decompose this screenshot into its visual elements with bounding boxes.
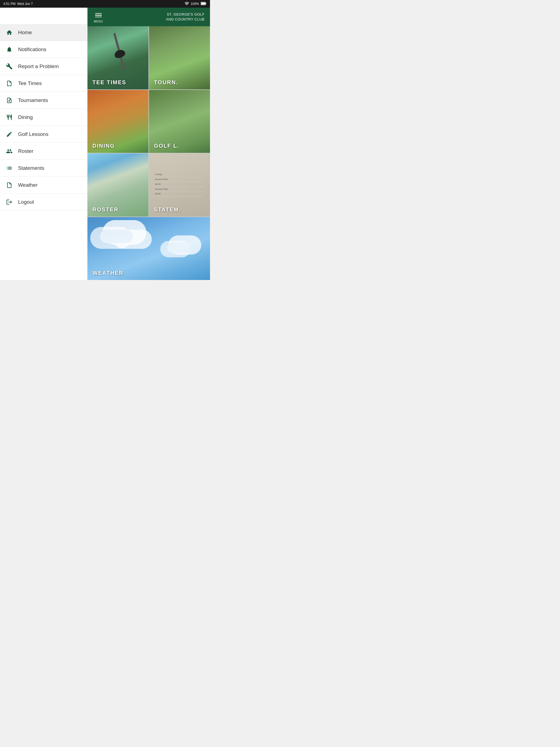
sidebar-logo-area (0, 8, 87, 24)
sidebar-item-report[interactable]: Report a Problem (0, 58, 87, 75)
sidebar-item-tournaments[interactable]: Tournaments (0, 92, 87, 109)
tile-label-weather: WEATHER (93, 270, 124, 276)
club-line1: ST. GEORGE'S GOLF (166, 12, 205, 17)
club-name: ST. GEORGE'S GOLF AND COUNTRY CLUB (166, 12, 205, 22)
status-right: 100% (184, 2, 207, 6)
sidebar-item-label-roster: Roster (18, 148, 33, 154)
status-time: 4:51 PM (3, 2, 16, 6)
menu-label: MENU (94, 20, 103, 23)
sidebar-item-notifications[interactable]: Notifications (0, 41, 87, 58)
sidebar-item-logout[interactable]: Logout (0, 194, 87, 210)
main-content: MENU ST. GEORGE'S GOLF AND COUNTRY CLUB … (87, 8, 210, 280)
statements-icon (5, 164, 13, 172)
sidebar-item-label-weather: Weather (18, 182, 37, 188)
tile-statements[interactable]: Charge Amount Paid $0.00 Amount Paid $0.… (149, 153, 210, 216)
main-header: MENU ST. GEORGE'S GOLF AND COUNTRY CLUB (87, 8, 210, 26)
tile-label-dining: DINING (93, 143, 115, 149)
nav-list: Home Notifications Report a Problem (0, 24, 87, 280)
statements-content: Charge Amount Paid $0.00 Amount Paid $0.… (155, 172, 204, 197)
sidebar: Home Notifications Report a Problem (0, 8, 87, 280)
sidebar-item-label-notifications: Notifications (18, 47, 47, 52)
sidebar-item-label-statements: Statements (18, 165, 44, 171)
tile-roster[interactable]: ROSTER (87, 153, 149, 216)
status-left: 4:51 PM Wed Jun 7 (3, 2, 33, 6)
sidebar-item-roster[interactable]: Roster (0, 143, 87, 160)
sidebar-item-label-logout: Logout (18, 199, 34, 205)
sidebar-item-tee-times[interactable]: Tee Times (0, 75, 87, 92)
golf-lessons-icon (5, 130, 13, 138)
battery-icon (201, 2, 207, 6)
tile-tee-times[interactable]: TEE TIMES (87, 26, 149, 89)
weather-icon (5, 181, 13, 189)
wrench-icon (5, 62, 13, 70)
logout-icon (5, 198, 13, 206)
sidebar-item-weather[interactable]: Weather (0, 177, 87, 194)
tile-label-statements: STATEM. (154, 206, 181, 213)
sidebar-item-label-tournaments: Tournaments (18, 97, 48, 103)
bell-icon (5, 46, 13, 53)
sidebar-item-golf-lessons[interactable]: Golf Lessons (0, 126, 87, 143)
sidebar-item-label-home: Home (18, 29, 32, 35)
svg-rect-2 (201, 3, 205, 5)
status-date: Wed Jun 7 (17, 2, 33, 6)
tee-times-icon (5, 80, 13, 87)
sidebar-item-dining[interactable]: Dining (0, 109, 87, 126)
app-container: Home Notifications Report a Problem (0, 8, 210, 280)
tile-label-tee-times: TEE TIMES (93, 79, 126, 85)
tile-tournaments[interactable]: TOURN. (149, 26, 210, 89)
club-line2: AND COUNTRY CLUB (166, 17, 205, 22)
tile-label-golf-lessons: GOLF L. (154, 143, 179, 149)
tile-weather[interactable]: WEATHER (87, 217, 210, 280)
sidebar-item-statements[interactable]: Statements (0, 160, 87, 177)
home-icon (5, 29, 13, 36)
status-bar: 4:51 PM Wed Jun 7 100% (0, 0, 210, 8)
dining-icon (5, 113, 13, 121)
tournaments-icon (5, 97, 13, 104)
tile-label-tournaments: TOURN. (154, 79, 178, 85)
sidebar-item-label-golf-lessons: Golf Lessons (18, 131, 48, 137)
sidebar-item-label-tee-times: Tee Times (18, 80, 42, 86)
sidebar-item-label-dining: Dining (18, 114, 33, 120)
roster-icon (5, 147, 13, 155)
battery-percent: 100% (190, 2, 199, 6)
wifi-icon (184, 2, 189, 6)
sidebar-item-home[interactable]: Home (0, 24, 87, 41)
menu-button[interactable]: MENU (93, 11, 104, 23)
tiles-grid: TEE TIMES TOURN. DINING GOLF L. ROSTER (87, 26, 210, 280)
tile-golf-lessons[interactable]: GOLF L. (149, 90, 210, 153)
tile-label-roster: ROSTER (93, 206, 119, 213)
svg-rect-1 (206, 3, 206, 4)
tile-dining[interactable]: DINING (87, 90, 149, 153)
hamburger-icon (93, 11, 104, 20)
sidebar-item-label-report: Report a Problem (18, 63, 59, 70)
